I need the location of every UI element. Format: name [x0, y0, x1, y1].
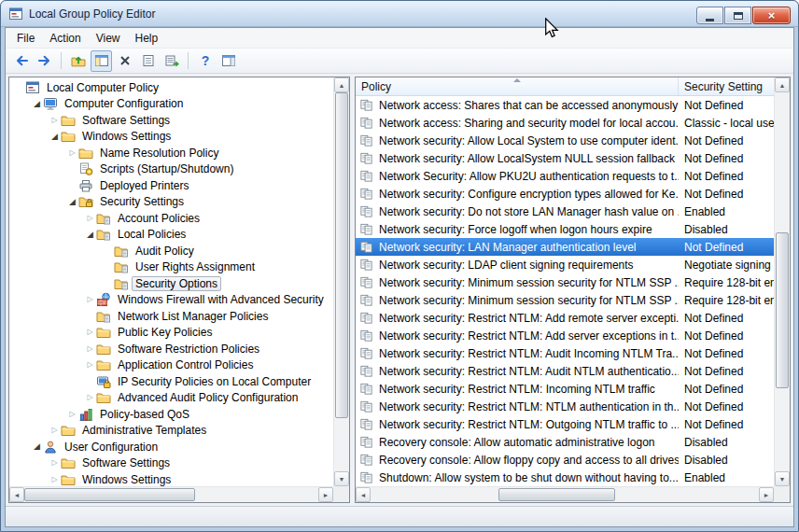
tree-item-windows-settings[interactable]: ▷Windows Settings: [9, 471, 333, 486]
tree-vertical-scrollbar[interactable]: ▲▼: [333, 77, 349, 486]
tree-item-application-control-policies[interactable]: ▷Application Control Policies: [9, 357, 333, 374]
tree-item-name-resolution-policy[interactable]: ▷Name Resolution Policy: [9, 145, 333, 161]
help-button[interactable]: ?: [194, 50, 216, 72]
tree-item-user-configuration[interactable]: ◢User Configuration: [9, 439, 333, 455]
policy-row-network-security-restrict-ntlm-audit-incoming-nt[interactable]: Network security: Restrict NTLM: Audit I…: [356, 344, 774, 362]
expanded-arrow-icon[interactable]: ◢: [49, 133, 61, 141]
collapsed-arrow-icon[interactable]: ▷: [84, 361, 96, 369]
collapsed-arrow-icon[interactable]: ▷: [84, 215, 96, 222]
up-button[interactable]: [67, 50, 89, 72]
tree-item-audit-policy[interactable]: Audit Policy: [9, 243, 333, 259]
policy-row-network-security-minimum-session-security-for-nt[interactable]: Network security: Minimum session securi…: [356, 291, 774, 309]
policy-row-network-security-minimum-session-security-for-nt[interactable]: Network security: Minimum session securi…: [356, 273, 774, 291]
policy-row-network-security-configure-encryption-types-allo[interactable]: Network security: Configure encryption t…: [356, 185, 774, 203]
collapsed-arrow-icon[interactable]: ▷: [49, 459, 61, 467]
expanded-arrow-icon[interactable]: ◢: [84, 231, 96, 239]
tree-item-deployed-printers[interactable]: Deployed Printers: [9, 177, 333, 194]
scroll-right-button[interactable]: ►: [318, 487, 333, 502]
show-console-tree-button[interactable]: [91, 50, 112, 72]
policy-row-network-security-restrict-ntlm-audit-ntlm-authen[interactable]: Network security: Restrict NTLM: Audit N…: [356, 362, 774, 380]
collapsed-arrow-icon[interactable]: ▷: [49, 117, 61, 124]
policy-row-network-access-sharing-and-security-model-for-lo[interactable]: Network access: Sharing and security mod…: [356, 114, 774, 132]
column-header-security-setting[interactable]: Security Setting: [679, 77, 774, 95]
policy-row-recovery-console-allow-automatic-administrative-[interactable]: Recovery console: Allow automatic admini…: [356, 433, 774, 451]
menu-help[interactable]: Help: [128, 29, 166, 48]
scroll-thumb[interactable]: [776, 232, 789, 387]
scroll-track[interactable]: [775, 92, 790, 471]
tree-item-software-restriction-policies[interactable]: ▷Software Restriction Policies: [9, 341, 333, 357]
expanded-arrow-icon[interactable]: ◢: [66, 198, 78, 206]
scroll-thumb[interactable]: [24, 488, 195, 501]
delete-button[interactable]: [114, 50, 135, 72]
maximize-button[interactable]: [724, 7, 751, 24]
collapsed-arrow-icon[interactable]: ▷: [84, 329, 96, 336]
collapsed-arrow-icon[interactable]: ▷: [66, 411, 78, 418]
collapsed-arrow-icon[interactable]: ▷: [49, 427, 61, 434]
policy-row-network-security-restrict-ntlm-add-remote-server[interactable]: Network security: Restrict NTLM: Add rem…: [356, 309, 774, 327]
scroll-down-button[interactable]: ▼: [775, 471, 790, 486]
policy-row-network-security-allow-pku2u-authentication-requ[interactable]: Network Security: Allow PKU2U authentica…: [356, 167, 774, 185]
tree-item-user-rights-assignment[interactable]: User Rights Assignment: [9, 259, 333, 276]
collapsed-arrow-icon[interactable]: ▷: [84, 296, 96, 303]
tree-item-windows-firewall-with-advanced-security[interactable]: ▷Windows Firewall with Advanced Security: [9, 292, 333, 309]
scroll-track[interactable]: [334, 92, 349, 471]
policy-row-network-security-restrict-ntlm-add-server-except[interactable]: Network security: Restrict NTLM: Add ser…: [356, 327, 774, 344]
policy-row-network-security-lan-manager-authentication-leve[interactable]: Network security: LAN Manager authentica…: [356, 238, 774, 256]
close-button[interactable]: ×: [752, 7, 791, 24]
tree-item-security-settings[interactable]: ◢Security Settings: [9, 194, 333, 211]
tree-item-account-policies[interactable]: ▷Account Policies: [9, 210, 333, 227]
menu-action[interactable]: Action: [42, 29, 88, 48]
tree-item-public-key-policies[interactable]: ▷Public Key Policies: [9, 325, 333, 342]
scroll-right-button[interactable]: ►: [759, 487, 774, 502]
scroll-thumb[interactable]: [498, 488, 615, 501]
list-horizontal-scrollbar[interactable]: ◄►: [356, 486, 774, 502]
tree-item-advanced-audit-policy-configuration[interactable]: ▷Advanced Audit Policy Configuration: [9, 390, 333, 407]
policy-row-network-access-shares-that-can-be-accessed-anony[interactable]: Network access: Shares that can be acces…: [356, 96, 774, 114]
scroll-track[interactable]: [371, 487, 759, 502]
tree-item-security-options[interactable]: Security Options: [9, 275, 333, 292]
collapsed-arrow-icon[interactable]: ▷: [84, 345, 96, 353]
policy-row-network-security-restrict-ntlm-incoming-ntlm-tra[interactable]: Network security: Restrict NTLM: Incomin…: [356, 380, 774, 398]
expanded-arrow-icon[interactable]: ◢: [31, 100, 43, 108]
policy-row-shutdown-allow-system-to-be-shut-down-without-ha[interactable]: Shutdown: Allow system to be shut down w…: [356, 469, 774, 486]
scroll-left-button[interactable]: ◄: [9, 487, 24, 502]
menu-view[interactable]: View: [89, 29, 128, 48]
tree-item-local-policies[interactable]: ◢Local Policies: [9, 227, 333, 244]
tree-item-windows-settings[interactable]: ◢Windows Settings: [9, 129, 333, 146]
tree-item-network-list-manager-policies[interactable]: Network List Manager Policies: [9, 308, 333, 325]
policy-row-network-security-do-not-store-lan-manager-hash-v[interactable]: Network security: Do not store LAN Manag…: [356, 203, 774, 220]
tree-item-policy-based-qos[interactable]: ▷Policy-based QoS: [9, 406, 333, 423]
policy-row-network-security-restrict-ntlm-ntlm-authenticati[interactable]: Network security: Restrict NTLM: NTLM au…: [356, 398, 774, 415]
tree-item-software-settings[interactable]: ▷Software Settings: [9, 455, 333, 472]
scroll-up-button[interactable]: ▲: [334, 77, 349, 92]
minimize-button[interactable]: [696, 7, 723, 24]
menu-file[interactable]: File: [9, 29, 42, 48]
show-action-pane-button[interactable]: [217, 50, 239, 72]
policy-row-network-security-allow-local-system-to-use-compu[interactable]: Network security: Allow Local System to …: [356, 132, 774, 149]
properties-button[interactable]: [137, 50, 159, 72]
collapsed-arrow-icon[interactable]: ▷: [49, 476, 61, 483]
scroll-down-button[interactable]: ▼: [334, 471, 349, 486]
tree-item-administrative-templates[interactable]: ▷Administrative Templates: [9, 423, 333, 440]
scroll-left-button[interactable]: ◄: [356, 487, 371, 502]
policy-row-network-security-restrict-ntlm-outgoing-ntlm-tra[interactable]: Network security: Restrict NTLM: Outgoin…: [356, 415, 774, 433]
export-list-button[interactable]: [161, 50, 182, 72]
collapsed-arrow-icon[interactable]: ▷: [66, 149, 78, 157]
expanded-arrow-icon[interactable]: ◢: [31, 442, 43, 451]
title-bar[interactable]: Local Group Policy Editor ×: [1, 1, 798, 27]
collapsed-arrow-icon[interactable]: ▷: [84, 394, 96, 401]
column-header-policy[interactable]: Policy: [356, 77, 679, 95]
tree-horizontal-scrollbar[interactable]: ◄►: [9, 486, 333, 502]
policy-row-network-security-ldap-client-signing-requirement[interactable]: Network security: LDAP client signing re…: [356, 256, 774, 273]
scroll-up-button[interactable]: ▲: [775, 77, 790, 92]
policy-row-network-security-allow-localsystem-null-session-[interactable]: Network security: Allow LocalSystem NULL…: [356, 149, 774, 167]
tree-item-local-computer-policy[interactable]: Local Computer Policy: [9, 79, 333, 96]
policy-row-recovery-console-allow-floppy-copy-and-access-to[interactable]: Recovery console: Allow floppy copy and …: [356, 451, 774, 469]
scroll-track[interactable]: [24, 487, 318, 502]
policy-row-network-security-force-logoff-when-logon-hours-e[interactable]: Network security: Force logoff when logo…: [356, 220, 774, 238]
tree-item-ip-security-policies-on-local-computer[interactable]: IP Security Policies on Local Computer: [9, 373, 333, 390]
forward-button[interactable]: [34, 50, 55, 72]
tree-item-software-settings[interactable]: ▷Software Settings: [9, 112, 333, 129]
back-button[interactable]: [10, 50, 32, 72]
list-vertical-scrollbar[interactable]: ▲▼: [774, 77, 790, 486]
